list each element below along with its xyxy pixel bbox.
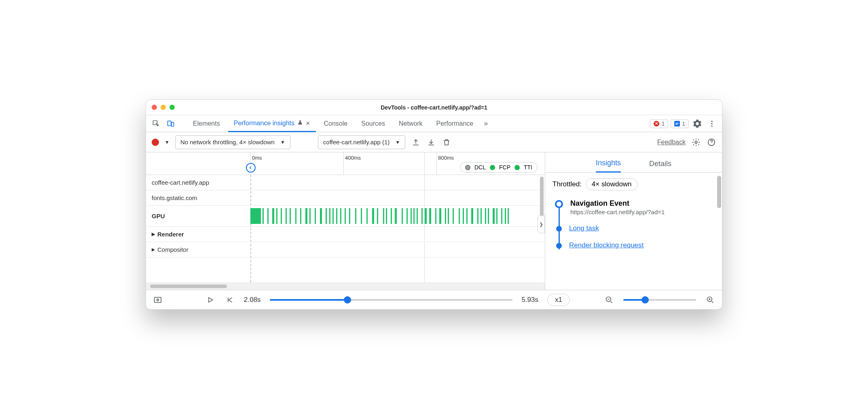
collapse-sidepanel-icon[interactable]: ❯ (538, 215, 545, 233)
settings-icon[interactable] (691, 118, 703, 130)
horizontal-scrollbar[interactable] (146, 283, 545, 290)
tab-perf-insights-label: Performance insights (234, 120, 294, 127)
delete-icon[interactable] (442, 137, 451, 147)
track-network-1[interactable]: coffee-cart.netlify.app (146, 175, 545, 190)
metric-markers: DCL FCP TTI (460, 162, 538, 173)
expand-icon[interactable]: ▶ (152, 247, 155, 252)
track-renderer-label: Renderer (157, 231, 184, 238)
insight-navigation[interactable]: Navigation Event https://coffee-cart.net… (555, 199, 715, 215)
feedback-link[interactable]: Feedback (657, 139, 686, 146)
close-tab-icon[interactable]: × (306, 120, 310, 127)
tab-details[interactable]: Details (649, 160, 671, 172)
error-count: 1 (661, 120, 665, 127)
svg-rect-3 (675, 123, 679, 124)
ruler-400ms: 400ms (345, 155, 361, 161)
device-toggle-icon[interactable] (165, 118, 177, 130)
traffic-lights (152, 105, 175, 110)
insights-body[interactable]: Throttled: 4× slowdown Navigation Event … (545, 173, 722, 290)
track-compositor-label: Compositor (157, 246, 188, 253)
play-icon[interactable] (205, 295, 216, 305)
tab-performance-insights[interactable]: Performance insights × (228, 115, 316, 132)
errors-badge[interactable]: ✕ 1 (650, 119, 668, 128)
track-net1-label: coffee-cart.netlify.app (152, 179, 209, 186)
track-renderer[interactable]: ▶Renderer (146, 227, 545, 242)
zoom-window-button[interactable] (169, 105, 175, 110)
throttled-chip: 4× slowdown (586, 178, 638, 190)
insights-panel: Insights Details Throttled: 4× slowdown … (545, 152, 722, 290)
tab-performance[interactable]: Performance (431, 115, 479, 132)
insight-long-task[interactable]: Long task (555, 224, 715, 232)
track-compositor[interactable]: ▶Compositor (146, 242, 545, 257)
insights-timeline: Navigation Event https://coffee-cart.net… (555, 199, 715, 249)
svg-rect-4 (675, 124, 677, 125)
tab-sources[interactable]: Sources (356, 115, 391, 132)
zoom-out-icon[interactable] (604, 295, 614, 305)
tab-insights[interactable]: Insights (596, 159, 621, 173)
track-net2-label: fonts.gstatic.com (152, 194, 197, 201)
tab-performance-label: Performance (436, 120, 474, 127)
playback-start-time: 2.08s (244, 296, 261, 304)
titlebar: DevTools - coffee-cart.netlify.app/?ad=1 (146, 100, 722, 115)
messages-badge[interactable]: 1 (671, 119, 689, 128)
throttled-label: Throttled: (553, 180, 582, 188)
tab-console[interactable]: Console (318, 115, 354, 132)
record-button[interactable] (152, 139, 159, 146)
flamechart-area[interactable]: 0ms 400ms 800ms DCL FCP TTI (146, 152, 545, 290)
time-ruler[interactable]: 0ms 400ms 800ms DCL FCP TTI (146, 152, 545, 175)
import-icon[interactable] (426, 137, 436, 147)
flask-icon (297, 119, 303, 127)
playback-slider[interactable] (270, 299, 513, 301)
svg-point-8 (695, 141, 697, 143)
help-icon[interactable] (707, 137, 716, 147)
track-network-2[interactable]: fonts.gstatic.com (146, 190, 545, 206)
insights-scrollbar[interactable] (717, 176, 721, 208)
chevron-down-icon: ▼ (395, 139, 400, 145)
tti-label: TTI (524, 164, 532, 171)
zoom-in-icon[interactable] (705, 295, 716, 305)
window-title: DevTools - coffee-cart.netlify.app/?ad=1 (146, 104, 722, 111)
perf-toolbar: ▼ No network throttling, 4× slowdown ▼ c… (146, 132, 722, 152)
tab-network-label: Network (399, 120, 423, 127)
throttling-label: No network throttling, 4× slowdown (180, 139, 275, 145)
minimize-window-button[interactable] (161, 105, 166, 110)
export-icon[interactable] (411, 137, 421, 147)
kebab-menu-icon[interactable] (706, 118, 718, 130)
speed-chip[interactable]: x1 (547, 294, 570, 306)
track-gpu-label: GPU (152, 213, 165, 219)
devtools-window: DevTools - coffee-cart.netlify.app/?ad=1… (146, 99, 722, 310)
nav-event-url: https://coffee-cart.netlify.app/?ad=1 (570, 209, 715, 215)
recording-select[interactable]: coffee-cart.netlify.app (1) ▼ (318, 135, 405, 149)
svg-point-7 (711, 125, 712, 126)
more-tabs-icon[interactable]: » (481, 119, 490, 128)
expand-icon[interactable]: ▶ (152, 232, 155, 237)
tti-dot-icon (514, 165, 520, 170)
close-window-button[interactable] (152, 105, 157, 110)
svg-rect-2 (171, 122, 174, 126)
tab-network[interactable]: Network (393, 115, 428, 132)
recording-label: coffee-cart.netlify.app (1) (323, 139, 390, 145)
throttling-select[interactable]: No network throttling, 4× slowdown ▼ (175, 135, 290, 149)
svg-rect-1 (168, 121, 171, 126)
svg-rect-10 (155, 297, 161, 302)
timeline-node-icon (556, 243, 562, 249)
inspect-icon[interactable] (150, 118, 162, 130)
render-blocking-link[interactable]: Render blocking request (569, 241, 644, 249)
insight-render-blocking[interactable]: Render blocking request (555, 241, 715, 249)
track-gpu[interactable]: GPU (146, 206, 545, 227)
dcl-label: DCL (474, 164, 486, 171)
record-menu-caret[interactable]: ▼ (165, 139, 169, 145)
long-task-link[interactable]: Long task (569, 224, 599, 232)
panel-settings-icon[interactable] (691, 137, 701, 147)
svg-point-11 (157, 299, 159, 301)
message-count: 1 (682, 120, 685, 127)
playhead-marker-icon[interactable] (246, 163, 256, 173)
playback-footer: 2.08s 5.93s x1 (146, 290, 722, 309)
timeline-node-icon (556, 226, 562, 232)
tab-sources-label: Sources (361, 120, 385, 127)
rewind-icon[interactable] (224, 295, 235, 305)
preview-icon[interactable] (152, 295, 163, 305)
zoom-slider[interactable] (623, 299, 696, 301)
tab-elements[interactable]: Elements (187, 115, 226, 132)
svg-point-6 (711, 123, 712, 124)
tab-elements-label: Elements (193, 120, 220, 127)
